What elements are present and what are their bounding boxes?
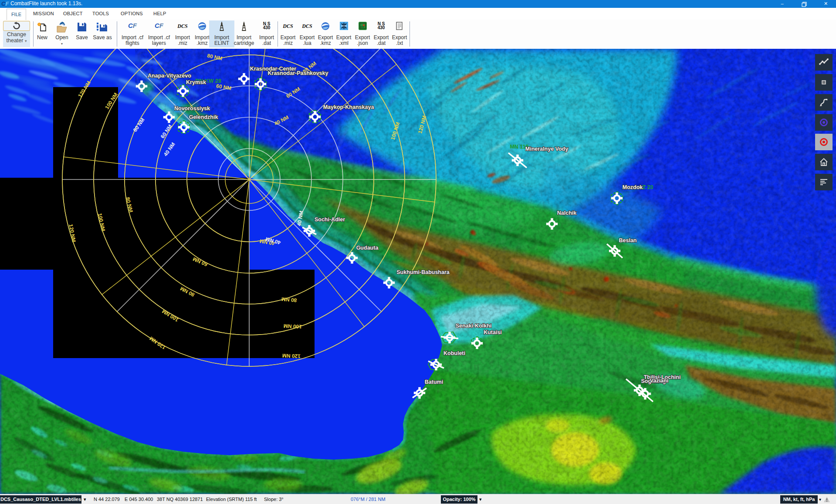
svg-text:Novorossiysk: Novorossiysk bbox=[174, 105, 210, 112]
svg-text:Gelendzhik: Gelendzhik bbox=[189, 114, 218, 120]
svg-text:Anapa-Vityazevo: Anapa-Vityazevo bbox=[148, 73, 191, 79]
svg-text:Nalchik: Nalchik bbox=[557, 210, 577, 216]
svg-text:Beslan: Beslan bbox=[619, 237, 637, 244]
svg-text:Senaki-Kolkhi: Senaki-Kolkhi bbox=[456, 323, 492, 329]
svg-text:Krymsk: Krymsk bbox=[186, 79, 206, 85]
svg-text:Kutaisi: Kutaisi bbox=[484, 329, 502, 335]
svg-text:Sochi-Adler: Sochi-Adler bbox=[315, 216, 345, 223]
svg-text:Krasnodar-Pashkovsky: Krasnodar-Pashkovsky bbox=[268, 70, 328, 76]
svg-text:Gudauta: Gudauta bbox=[356, 245, 379, 251]
svg-text:Sukhumi-Babushara: Sukhumi-Babushara bbox=[396, 269, 450, 275]
svg-text:Kobuleti: Kobuleti bbox=[443, 350, 465, 356]
svg-text:Z 20: Z 20 bbox=[642, 184, 653, 190]
svg-text:Maykop-Khanskaya: Maykop-Khanskaya bbox=[323, 104, 375, 110]
svg-text:120 NM: 120 NM bbox=[282, 352, 301, 359]
svg-text:Vaziani: Vaziani bbox=[650, 378, 668, 384]
svg-text:Batumi: Batumi bbox=[425, 379, 443, 385]
svg-text:Mineralnye Vody: Mineralnye Vody bbox=[525, 146, 568, 152]
svg-text:Mozdok: Mozdok bbox=[623, 184, 643, 190]
svg-text:100 NM: 100 NM bbox=[283, 323, 302, 330]
